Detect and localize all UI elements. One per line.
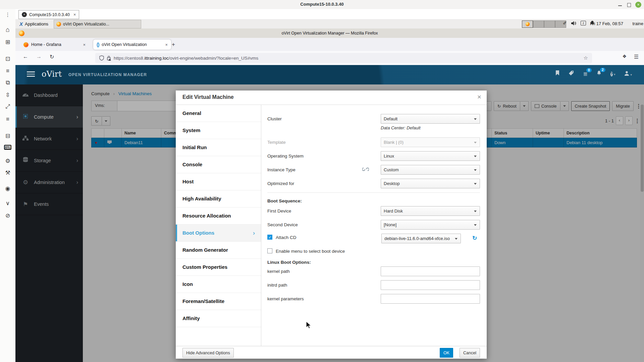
nav-toggle-icon[interactable] [27,71,35,78]
taskbar-window-button[interactable]: oVirt Open Virtualizatio... [54,20,141,28]
optimized-for-select[interactable]: Desktop [381,179,480,188]
input-tool-icon[interactable]: ✐ [563,20,567,26]
tools-icon[interactable]: ⚒ [0,169,15,176]
edit-vm-dialog: Edit Virtual Machine × General System In… [176,90,487,359]
hamburger-menu-icon[interactable]: ☰ [634,54,639,60]
menu-icon[interactable]: ≡ [0,68,15,74]
remmina-logo-icon: × [22,12,27,17]
tab-close-icon[interactable]: × [165,42,168,47]
bookmark-star-icon[interactable]: ☆ [584,55,588,61]
keyboard-icon[interactable]: ⌨ [4,145,11,150]
firefox-navbar: ← → ↻ https://centos8.ittraining.loc/ovi… [15,51,644,65]
duplicate-icon[interactable]: ⧉ [0,79,15,86]
volume-icon[interactable] [571,21,576,25]
ovirt-header: oVirt OPEN VIRTUALIZATION MANAGER ≣0 2 ?… [15,65,644,84]
enable-boot-menu-checkbox[interactable] [267,248,272,253]
user-menu[interactable]: ▾ [624,71,632,77]
dialog-tab-foreman-satellite[interactable]: Foreman/Satellite [176,293,261,310]
screen: Compute15-10.0.3.40 × ⋮ ⌂ ⊞ ⊡ ≡ ⧉ ⇳ ⤢ ≡ … [0,0,644,362]
new-connection-icon[interactable]: ⊞ [0,39,15,46]
dialog-tab-affinity[interactable]: Affinity [176,310,261,327]
second-device-select[interactable]: [None] [381,220,480,230]
help-menu[interactable]: ?▾ [610,71,615,77]
taskbar-window-label: oVirt Open Virtualizatio... [63,22,109,26]
lock-warning-icon[interactable] [107,56,111,61]
dialog-tab-initial-run[interactable]: Initial Run [176,139,261,156]
battery-indicator-icon[interactable]: 2 [581,21,586,25]
initrd-path-input[interactable] [381,280,480,290]
tab-grafana-label: Home - Grafana [31,42,61,47]
alerts-badge: 2 [600,68,605,72]
hide-advanced-options-button[interactable]: Hide Advanced Options [182,348,234,358]
refresh-iso-icon[interactable]: ↻ [472,235,477,242]
dialog-tab-general[interactable]: General [176,105,261,122]
mouse-cursor [306,321,312,329]
bookmark-icon[interactable] [555,70,559,77]
workspace-1[interactable] [522,20,533,28]
options-icon[interactable]: ≡ [0,116,15,123]
tab-ovirt-label: oVirt Open Virtualization [102,42,147,47]
dialog-tab-resource-allocation[interactable]: Resource Allocation [176,207,261,225]
dialog-tab-icon[interactable]: Icon [176,276,261,293]
workspace-2[interactable] [533,20,544,28]
screenshot-icon[interactable]: ◉ [0,185,15,192]
attach-cd-iso-select[interactable]: debian-live-11.6.0-amd64-xfce.iso [381,234,461,243]
window-mode-icon[interactable]: ⊟ [0,132,15,139]
instance-type-select[interactable]: Custom [381,165,480,175]
cancel-button[interactable]: Cancel [460,348,480,358]
dialog-tab-high-availability[interactable]: High Availability [176,190,261,207]
tab-ovirt[interactable]: () oVirt Open Virtualization × [93,40,171,50]
kernel-path-input[interactable] [381,266,480,276]
remote-tab-label: Compute15-10.0.3.40 [29,12,70,17]
preferences-icon[interactable]: ⚙ [0,158,15,165]
system-tray: ✐ 2 [563,20,594,26]
fit-window-icon[interactable]: ⊡ [0,55,15,62]
ovirt-brand-caption: OPEN VIRTUALIZATION MANAGER [68,72,147,77]
boot-sequence-heading: Boot Sequence: [267,198,302,203]
dialog-tab-console[interactable]: Console [176,156,261,173]
forward-icon[interactable]: → [36,54,42,60]
attach-cd-label: Attach CD [276,235,297,240]
ok-button[interactable]: OK [440,348,453,358]
dialog-tab-random-generator[interactable]: Random Generator [176,242,261,259]
maximize-button[interactable] [626,2,632,8]
dialog-tab-system[interactable]: System [176,122,261,139]
collapse-icon[interactable]: ∨ [0,200,15,207]
bell-icon[interactable]: 2 [597,70,601,77]
tag-icon[interactable] [569,70,574,77]
dialog-tab-custom-properties[interactable]: Custom Properties [176,259,261,276]
attach-cd-checkbox[interactable]: ✓ [267,235,272,240]
session-user-label[interactable]: traine [632,21,643,26]
operating-system-select[interactable]: Linux [381,151,480,161]
chevron-down-icon: ▾ [630,73,632,76]
url-bar[interactable]: https://centos8.ittraining.loc/ovirt-eng… [95,53,592,63]
new-tab-button[interactable]: + [172,41,175,48]
grip-icon[interactable]: ⋮ [0,12,15,18]
remote-tab-close-icon[interactable]: × [73,12,76,17]
first-device-label: First Device [267,208,291,214]
scaled-mode-icon[interactable]: ⇳ [0,92,15,99]
dialog-tab-host[interactable]: Host [176,173,261,190]
tasks-icon[interactable]: ≣0 [583,71,587,77]
tab-grafana[interactable]: Home - Grafana × [20,40,89,50]
dialog-close-icon[interactable]: × [477,93,481,101]
kernel-parameters-input[interactable] [381,294,480,304]
home-icon[interactable]: ⌂ [0,26,15,34]
extensions-icon[interactable]: ❖ [622,54,627,59]
disconnect-icon[interactable]: ⊘ [0,212,15,219]
tab-close-icon[interactable]: × [83,42,86,47]
taskbar-clock[interactable]: Fri 17 Feb, 08:57 [590,21,623,26]
first-device-select[interactable]: Hard Disk [381,206,480,216]
tracking-shield-icon[interactable] [99,55,104,61]
workspace-3[interactable] [544,20,555,28]
cluster-select[interactable]: Default [381,114,480,124]
back-icon[interactable]: ← [23,54,28,60]
minimize-button[interactable] [617,2,623,8]
reload-icon[interactable]: ↻ [50,54,54,60]
user-icon [624,71,629,76]
applications-menu[interactable]: X Applications [19,20,48,27]
dialog-tab-boot-options[interactable]: Boot Options› [176,225,261,242]
fullscreen-icon[interactable]: ⤢ [0,103,15,110]
remote-viewer-tab[interactable]: × Compute15-10.0.3.40 × [18,10,79,19]
close-button[interactable]: × [635,2,641,8]
